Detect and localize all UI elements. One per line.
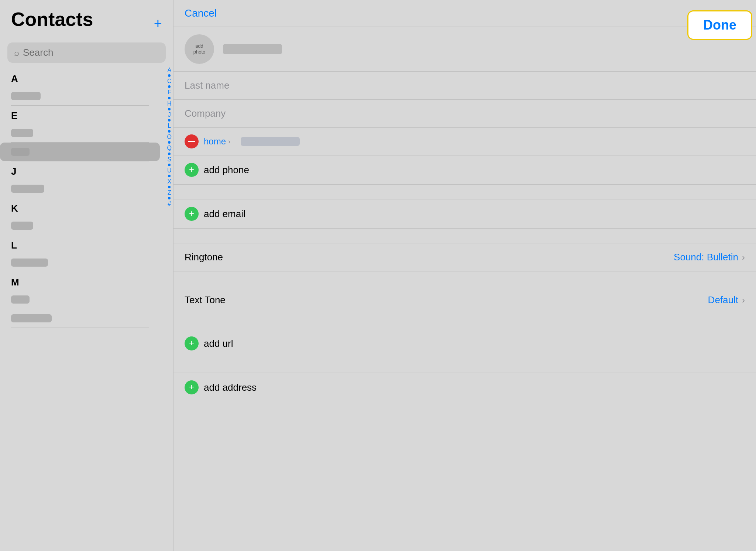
add-url-button[interactable]: +	[185, 336, 199, 350]
divider	[11, 328, 149, 328]
sidebar-header: Contacts +	[0, 0, 173, 39]
phone-label-selector[interactable]: home ›	[204, 136, 230, 147]
company-placeholder: Company	[185, 108, 226, 119]
alpha-q[interactable]: Q	[167, 144, 172, 151]
contact-name-blur	[11, 129, 33, 137]
add-email-button[interactable]: +	[185, 207, 199, 221]
alpha-z[interactable]: Z	[168, 189, 171, 196]
alphabet-index: A C F H J L O Q S U X Z #	[167, 66, 172, 207]
alpha-dot	[168, 175, 171, 177]
alpha-dot	[168, 74, 171, 77]
ringtone-row[interactable]: Ringtone Sound: Bulletin ›	[173, 243, 756, 271]
section-header-m: M	[0, 272, 160, 290]
plus-icon: +	[189, 339, 194, 348]
spacer	[173, 271, 756, 286]
alpha-f[interactable]: F	[168, 89, 171, 96]
add-phone-button[interactable]: +	[185, 163, 199, 177]
list-item[interactable]	[0, 290, 160, 309]
alpha-l[interactable]: L	[168, 122, 171, 129]
alpha-o[interactable]: O	[167, 133, 172, 140]
alpha-hash[interactable]: #	[168, 200, 171, 207]
alpha-dot	[168, 97, 171, 99]
search-placeholder: Search	[23, 47, 53, 58]
alpha-u[interactable]: U	[167, 167, 172, 174]
last-name-field[interactable]: Last name	[173, 72, 756, 100]
add-address-row[interactable]: + add address	[173, 373, 756, 402]
contacts-sidebar: Contacts + ⌕ Search A E J K	[0, 0, 173, 551]
alpha-dot	[168, 119, 171, 122]
alpha-x[interactable]: X	[167, 178, 171, 185]
section-header-k: K	[0, 198, 160, 216]
add-photo-label: addphoto	[193, 43, 206, 55]
contact-edit-panel: Cancel Done Done addphoto Last name Comp…	[173, 0, 756, 551]
last-name-placeholder: Last name	[185, 80, 229, 91]
list-item[interactable]	[0, 216, 160, 235]
alpha-s[interactable]: S	[167, 156, 171, 163]
alpha-dot	[168, 108, 171, 110]
add-address-button[interactable]: +	[185, 380, 199, 394]
phone-label: home	[204, 136, 226, 147]
text-tone-value: Default	[708, 294, 738, 306]
add-email-row[interactable]: + add email	[173, 199, 756, 229]
cancel-button[interactable]: Cancel	[185, 7, 217, 19]
plus-icon: +	[189, 383, 194, 391]
ringtone-label: Ringtone	[185, 251, 223, 263]
alpha-dot	[168, 153, 171, 155]
section-header-l: L	[0, 235, 160, 253]
spacer	[173, 358, 756, 373]
ringtone-value-area: Sound: Bulletin ›	[674, 251, 745, 263]
plus-icon: +	[189, 209, 194, 218]
add-url-row[interactable]: + add url	[173, 329, 756, 358]
alpha-dot	[168, 197, 171, 199]
contact-name-blur	[11, 259, 48, 267]
contact-list: A E J K L M	[0, 69, 173, 551]
section-header-e: E	[0, 106, 160, 124]
search-bar[interactable]: ⌕ Search	[7, 42, 166, 63]
alpha-j[interactable]: J	[168, 111, 171, 118]
alpha-a[interactable]: A	[167, 66, 171, 73]
done-callout-box: Done	[687, 10, 752, 40]
spacer	[173, 185, 756, 199]
list-item-selected[interactable]	[0, 143, 160, 161]
remove-phone-button[interactable]	[185, 134, 199, 148]
chevron-right-icon: ›	[228, 138, 230, 146]
list-item[interactable]	[0, 179, 160, 198]
first-name-blur	[223, 44, 282, 54]
list-item[interactable]	[0, 124, 160, 142]
contact-name-blur	[11, 295, 30, 304]
edit-header: Cancel Done Done	[173, 0, 756, 27]
phone-row: home ›	[173, 128, 756, 155]
add-phone-label: add phone	[204, 164, 249, 176]
add-url-label: add url	[204, 338, 233, 349]
section-header-a: A	[0, 69, 160, 87]
text-tone-row[interactable]: Text Tone Default ›	[173, 286, 756, 314]
contact-name-blur	[11, 222, 33, 230]
alpha-dot	[168, 85, 171, 88]
ringtone-value: Sound: Bulletin	[674, 251, 738, 263]
chevron-right-icon: ›	[742, 252, 745, 263]
contact-name-blur	[11, 148, 30, 156]
add-phone-row[interactable]: + add phone	[173, 155, 756, 185]
company-field[interactable]: Company	[173, 100, 756, 128]
add-photo-button[interactable]: addphoto	[185, 34, 214, 64]
spacer	[173, 229, 756, 243]
search-icon: ⌕	[14, 48, 19, 58]
contacts-title: Contacts	[11, 9, 93, 30]
alpha-h[interactable]: H	[167, 100, 172, 107]
alpha-dot	[168, 130, 171, 133]
contact-name-blur	[11, 185, 44, 193]
add-contact-button[interactable]: +	[150, 12, 166, 35]
list-item[interactable]	[0, 87, 160, 105]
text-tone-label: Text Tone	[185, 294, 226, 306]
contact-name-blur	[11, 92, 41, 100]
list-item[interactable]	[0, 253, 160, 272]
alpha-c[interactable]: C	[167, 78, 172, 85]
chevron-right-icon: ›	[742, 295, 745, 305]
alpha-dot	[168, 141, 171, 144]
list-item[interactable]	[0, 309, 160, 328]
contact-name-blur	[11, 314, 52, 322]
add-address-label: add address	[204, 382, 257, 393]
alpha-dot	[168, 186, 171, 188]
minus-icon	[188, 141, 195, 142]
text-tone-value-area: Default ›	[708, 294, 745, 306]
